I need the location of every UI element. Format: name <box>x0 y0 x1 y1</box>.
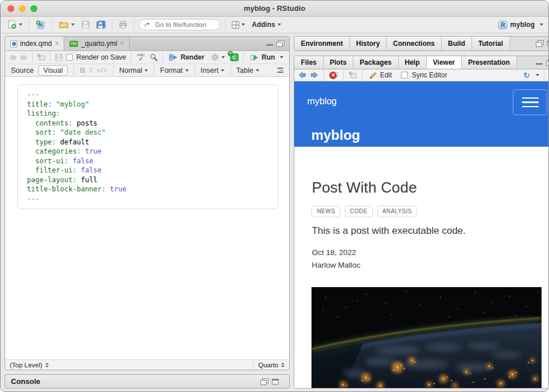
file-type-selector[interactable]: Quarto <box>253 360 289 370</box>
popout-icon[interactable] <box>349 72 357 79</box>
tab-build[interactable]: Build <box>442 37 472 50</box>
bottom-pane-tab-bar: FilesPlotsPackagesHelpViewerPresentation <box>294 56 549 69</box>
plus-icon: + <box>228 51 233 56</box>
chevron-down-icon <box>221 56 225 58</box>
maximize-pane-icon[interactable] <box>277 40 285 47</box>
tag-news[interactable]: NEWS <box>312 206 340 217</box>
project-menu[interactable]: R myblog <box>499 21 543 29</box>
insert-chunk-button[interactable]: C + <box>230 53 239 61</box>
edit-button[interactable]: Edit <box>368 70 394 80</box>
restore-pane-icon[interactable] <box>536 40 544 47</box>
visual-mode-button[interactable]: Visual <box>38 65 68 76</box>
code-line: sort: "date desc" <box>27 128 268 138</box>
paragraph-style-dropdown[interactable]: Normal <box>119 66 148 75</box>
close-icon[interactable]: × <box>120 41 124 46</box>
back-icon[interactable] <box>9 54 17 61</box>
tag-code[interactable]: CODE <box>345 206 373 217</box>
editor-tab-index-qmd[interactable]: index.qmd × <box>5 37 64 50</box>
zoom-window-button[interactable] <box>30 5 37 12</box>
tab-presentation[interactable]: Presentation <box>462 56 517 69</box>
tab-viewer[interactable]: Viewer <box>427 56 462 69</box>
save-icon[interactable] <box>55 54 63 61</box>
open-file-button[interactable] <box>57 19 76 30</box>
tab-history[interactable]: History <box>350 37 387 50</box>
save-all-button[interactable] <box>95 19 107 30</box>
hamburger-menu-button[interactable] <box>513 89 547 115</box>
tab-connections[interactable]: Connections <box>387 37 442 50</box>
chevron-down-icon <box>145 69 148 72</box>
tab-tutorial[interactable]: Tutorial <box>472 37 510 50</box>
code-line: type: default <box>27 138 268 147</box>
back-icon[interactable] <box>298 72 306 79</box>
bold-button[interactable]: B <box>80 66 85 75</box>
forward-icon[interactable] <box>310 72 318 79</box>
save-button[interactable] <box>80 19 91 30</box>
new-project-button[interactable]: R <box>34 19 48 30</box>
goto-file-input[interactable] <box>154 21 215 29</box>
tab-environment[interactable]: Environment <box>294 37 349 50</box>
open-folder-icon <box>59 21 69 29</box>
spellcheck-icon[interactable]: ABC ✓ <box>136 53 146 62</box>
console-pane[interactable]: Console <box>5 374 290 389</box>
new-file-button[interactable] <box>6 19 24 30</box>
addins-menu[interactable]: Addins <box>250 19 283 30</box>
code-line: sort-ui: false <box>27 156 268 166</box>
yaml-code-block[interactable]: ---title: "myblog"listing: contents: pos… <box>17 84 278 209</box>
toolbar-separator <box>131 52 131 62</box>
table-menu[interactable]: Table <box>236 66 259 75</box>
outline-scope-selector[interactable]: (Top Level) <box>5 362 253 369</box>
forward-icon[interactable] <box>20 54 28 61</box>
toolbar-separator <box>112 19 112 30</box>
close-window-button[interactable] <box>7 5 14 12</box>
italic-button[interactable]: I <box>89 66 92 75</box>
close-icon[interactable]: × <box>54 41 59 46</box>
render-settings-button[interactable] <box>209 52 227 62</box>
code-line: --- <box>27 194 268 204</box>
sync-editor-checkbox[interactable] <box>401 72 408 79</box>
earth-night-image[interactable] <box>312 287 542 388</box>
post-author: Harlow Malloc <box>312 259 542 272</box>
render-on-save-checkbox[interactable] <box>66 54 73 61</box>
maximize-pane-icon[interactable] <box>272 379 279 385</box>
popout-icon[interactable] <box>37 54 45 61</box>
bottom-pane-tabs: FilesPlotsPackagesHelpViewerPresentation <box>294 56 536 69</box>
rstudio-window: myblog - RStudio R <box>0 0 549 392</box>
workspace-panes-button[interactable] <box>230 20 247 30</box>
tab-files[interactable]: Files <box>294 56 323 69</box>
tab-help[interactable]: Help <box>399 56 427 69</box>
outline-toggle-icon[interactable] <box>277 68 283 73</box>
insert-menu[interactable]: Insert <box>201 66 224 75</box>
minimize-pane-icon[interactable] <box>266 41 273 46</box>
code-line: listing: <box>27 109 268 119</box>
top-pane-tabs: EnvironmentHistoryConnectionsBuildTutori… <box>294 37 536 50</box>
editor-toolbar: Render on Save ABC ✓ <box>5 51 289 64</box>
source-mode-button[interactable]: Source <box>11 66 34 75</box>
print-button[interactable] <box>117 19 129 30</box>
toolbar-separator <box>544 70 544 80</box>
post-description[interactable]: This is a post with executable code. <box>312 225 542 237</box>
run-button[interactable]: Run <box>248 52 285 62</box>
maximize-pane-icon[interactable] <box>546 59 549 66</box>
tab-plots[interactable]: Plots <box>324 56 353 69</box>
code-button[interactable]: </> <box>97 67 107 73</box>
sync-icon[interactable]: ↻ <box>524 72 530 79</box>
minimize-pane-icon[interactable] <box>536 60 543 65</box>
editor-tab-quarto-yml[interactable]: YML _quarto.yml × <box>64 37 130 50</box>
format-menu[interactable]: Format <box>160 66 189 75</box>
editor-content[interactable]: ---title: "myblog"listing: contents: pos… <box>5 77 289 359</box>
post-title[interactable]: Post With Code <box>312 179 542 197</box>
tag-analysis[interactable]: ANALYSIS <box>377 206 417 217</box>
minimize-window-button[interactable] <box>19 5 26 12</box>
run-label: Run <box>262 53 275 61</box>
dropdown-arrows-icon <box>281 363 285 367</box>
render-button[interactable]: Render <box>168 52 206 62</box>
panes-grid-icon <box>232 21 239 29</box>
find-icon[interactable] <box>150 53 158 61</box>
chevron-down-icon <box>540 23 543 26</box>
editor-tab-label: index.qmd <box>20 40 52 48</box>
goto-file-search[interactable] <box>139 19 220 30</box>
stop-icon[interactable]: ✕ <box>329 72 338 79</box>
restore-pane-icon[interactable] <box>260 378 268 385</box>
tab-packages[interactable]: Packages <box>353 56 398 69</box>
blog-navbar-brand[interactable]: myblog <box>307 96 337 107</box>
